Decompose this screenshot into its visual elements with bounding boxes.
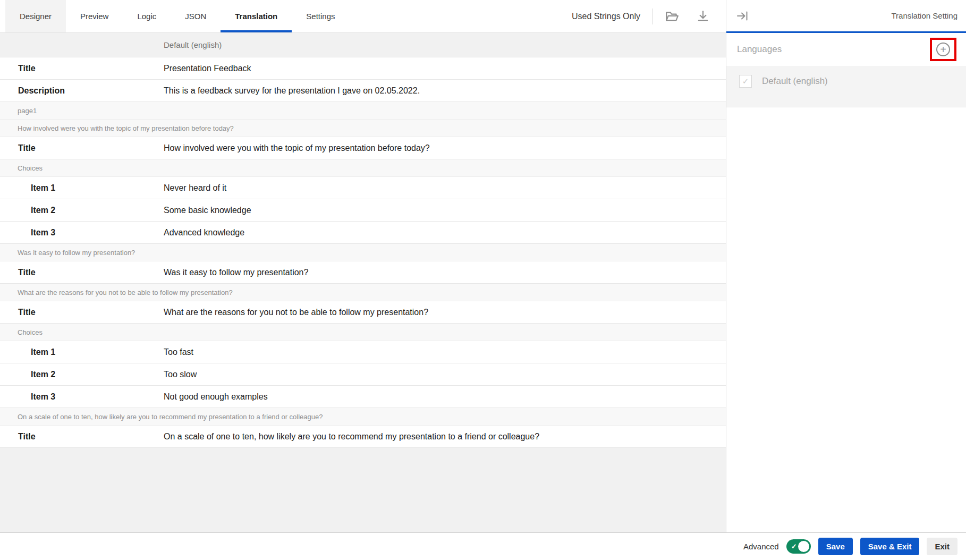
collapse-panel-button[interactable] [736,10,749,22]
string-label: Item 1 [0,183,164,193]
panel-header: Translation Setting [726,0,966,33]
tab-bar: DesignerPreviewLogicJSONTranslationSetti… [0,0,726,33]
string-label: Title [0,308,164,317]
export-translation-button[interactable] [695,9,711,24]
tab-settings[interactable]: Settings [292,0,349,32]
string-label: Item 2 [0,206,164,215]
tab-preview[interactable]: Preview [66,0,123,32]
string-label: Title [0,268,164,277]
default-language-row: ✓ Default (english) [726,66,966,107]
string-label: Title [0,64,164,73]
import-translation-button[interactable] [664,9,680,24]
group-header-label: How involved were you with the topic of … [18,124,234,132]
string-label: Title [0,432,164,442]
string-value-cell[interactable]: Some basic knowledge [164,206,251,215]
collapse-panel-icon [736,10,749,22]
content-area: DesignerPreviewLogicJSONTranslationSetti… [0,0,966,532]
tabs-container: DesignerPreviewLogicJSONTranslationSetti… [5,0,350,32]
advanced-label: Advanced [743,542,779,551]
survey-creator-app: DesignerPreviewLogicJSONTranslationSetti… [0,0,966,560]
toggle-knob [798,541,809,552]
translation-settings-panel: Translation Setting Languages + ✓ Defaul… [726,0,966,532]
exit-button[interactable]: Exit [927,538,957,555]
group-header-row: How involved were you with the topic of … [0,120,726,137]
tab-logic[interactable]: Logic [123,0,171,32]
string-value-cell[interactable]: Not good enough examples [164,392,268,402]
tab-json[interactable]: JSON [171,0,221,32]
group-header-label: Choices [18,328,43,336]
string-label: Item 3 [0,392,164,402]
translation-row: Item 2Some basic knowledge [0,199,726,222]
checkmark-icon: ✓ [791,542,797,550]
add-language-button[interactable]: + [936,43,950,56]
string-value-cell[interactable]: Too slow [164,370,197,379]
translation-row: TitleOn a scale of one to ten, how likel… [0,426,726,448]
panel-title: Translation Setting [891,11,957,20]
string-value-cell[interactable]: Was it easy to follow my presentation? [164,268,308,277]
add-language-highlight: + [930,38,956,61]
group-header-row: What are the reasons for you not to be a… [0,284,726,301]
translation-row: TitleWhat are the reasons for you not to… [0,301,726,324]
string-label: Title [0,143,164,153]
translation-row: DescriptionThis is a feedback survey for… [0,80,726,102]
string-value-cell[interactable]: Never heard of it [164,183,226,193]
string-label: Item 2 [0,370,164,379]
translation-row: Item 1Too fast [0,341,726,363]
translation-rows: TitlePresentation FeedbackDescriptionThi… [0,57,726,532]
group-header-label: Choices [18,164,43,172]
save-and-exit-button[interactable]: Save & Exit [860,538,920,555]
group-header-row: Choices [0,324,726,341]
string-label: Item 3 [0,228,164,237]
string-value-cell[interactable]: This is a feedback survey for the presen… [164,86,420,96]
group-header-label: What are the reasons for you not to be a… [18,289,233,296]
string-label: Item 1 [0,347,164,357]
translation-row: Item 3Not good enough examples [0,386,726,408]
download-icon [696,10,710,23]
translation-main: DesignerPreviewLogicJSONTranslationSetti… [0,0,726,532]
group-header-label: Was it easy to follow my presentation? [18,249,135,257]
footer-action-bar: Advanced ✓ Save Save & Exit Exit [0,532,966,560]
string-value-cell[interactable]: Too fast [164,347,193,357]
translation-row: Item 2Too slow [0,363,726,386]
group-header-label: On a scale of one to ten, how likely are… [18,413,323,421]
string-value-cell[interactable]: How involved were you with the topic of … [164,143,430,153]
languages-label: Languages [737,44,782,55]
tab-designer[interactable]: Designer [5,0,66,32]
translation-row: TitleWas it easy to follow my presentati… [0,261,726,284]
advanced-toggle[interactable]: ✓ [786,539,811,554]
used-strings-only-toggle[interactable]: Used Strings Only [572,12,640,21]
language-column-header: Default (english) [164,40,222,49]
default-language-checkbox[interactable]: ✓ [739,75,752,88]
group-header-label: page1 [18,107,37,115]
tab-translation[interactable]: Translation [221,0,292,32]
string-value-cell[interactable]: What are the reasons for you not to be a… [164,308,428,317]
translation-row: TitlePresentation Feedback [0,57,726,80]
tab-bar-right: Used Strings Only [572,0,726,32]
translation-row: Item 1Never heard of it [0,177,726,199]
string-value-cell[interactable]: On a scale of one to ten, how likely are… [164,432,539,442]
default-language-label: Default (english) [762,75,828,88]
checkmark-icon: ✓ [742,77,749,86]
string-value-cell[interactable]: Advanced knowledge [164,228,244,237]
string-value-cell[interactable]: Presentation Feedback [164,64,251,73]
open-folder-icon [665,10,679,23]
string-label: Description [0,86,164,96]
group-header-row: Choices [0,159,726,177]
translation-table-header: Default (english) [0,33,726,57]
translation-row: TitleHow involved were you with the topi… [0,137,726,159]
group-header-row: page1 [0,102,726,120]
save-button[interactable]: Save [818,538,853,555]
group-header-row: On a scale of one to ten, how likely are… [0,408,726,426]
toolbar-divider [652,9,653,24]
languages-section-header: Languages + [726,33,966,66]
translation-row: Item 3Advanced knowledge [0,222,726,244]
group-header-row: Was it easy to follow my presentation? [0,244,726,261]
